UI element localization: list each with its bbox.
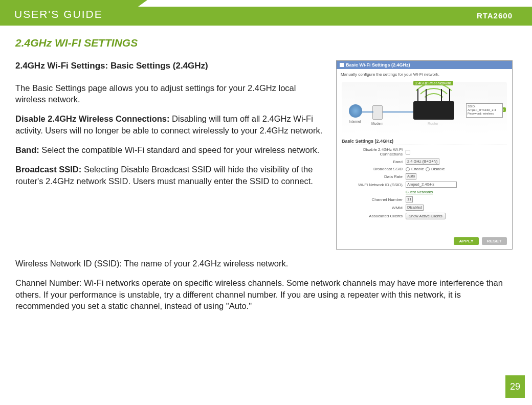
ssid-paragraph: Wireless Network ID (SSID): The name of … — [15, 258, 513, 269]
settings-screenshot: Basic Wi-Fi Settings (2.4GHz) Manually c… — [336, 60, 513, 250]
modem-icon — [372, 105, 383, 120]
router-icon — [413, 101, 454, 120]
section-title: 2.4GHz WI-FI SETTINGS — [15, 37, 513, 49]
reset-button[interactable]: RESET — [482, 237, 507, 245]
ssid-info-box: SSID: Amped_RTA160_2.4 Password: wireles… — [466, 103, 503, 118]
form-title: Basic Settings (2.4GHz) — [342, 139, 507, 145]
page-header: USER'S GUIDE RTA2600 — [0, 0, 532, 26]
show-clients-button[interactable]: Show Active Clients — [406, 213, 446, 219]
apply-button[interactable]: APPLY — [454, 237, 478, 245]
page-number: 29 — [505, 375, 525, 398]
panel-icon — [340, 63, 344, 67]
channel-select[interactable]: 11 — [406, 196, 413, 202]
intro-paragraph: The Basic Settings page allows you to ad… — [15, 82, 323, 105]
settings-form: Disable 2.4GHz Wi-Fi Connections Band 2.… — [342, 147, 507, 219]
sub-title: 2.4GHz Wi-Fi Settings: Basic Settings (2… — [15, 60, 323, 72]
header-title: USER'S GUIDE — [14, 8, 103, 20]
panel-header: Basic Wi-Fi Settings (2.4GHz) — [337, 61, 512, 69]
disable-checkbox[interactable] — [406, 150, 410, 154]
broadcast-disable-radio[interactable] — [426, 167, 430, 171]
guest-networks-link[interactable]: Guest Networks — [406, 190, 433, 194]
disable-paragraph: Disable 2.4GHz Wireless Connections: Dis… — [15, 113, 323, 136]
datarate-select[interactable]: Auto — [406, 173, 416, 179]
band-select[interactable]: 2.4 GHz (B+G+N) — [406, 159, 439, 165]
ssid-input[interactable]: Amped_2.4GHz — [406, 182, 457, 188]
header-model: RTA2600 — [477, 11, 513, 20]
broadcast-paragraph: Broadcast SSID: Selecting Disable Broadc… — [15, 164, 323, 187]
network-diagram: 2.4GHz Wi-Fi Network Internet Modem Rout… — [342, 82, 507, 136]
broadcast-enable-radio[interactable] — [406, 167, 410, 171]
internet-icon — [349, 104, 362, 118]
band-paragraph: Band: Select the compatible Wi-Fi standa… — [15, 144, 323, 155]
channel-paragraph: Channel Number: Wi-Fi networks operate o… — [15, 277, 513, 311]
wmm-select[interactable]: Disabled — [406, 205, 424, 211]
panel-desc: Manually configure the settings for your… — [337, 69, 512, 80]
